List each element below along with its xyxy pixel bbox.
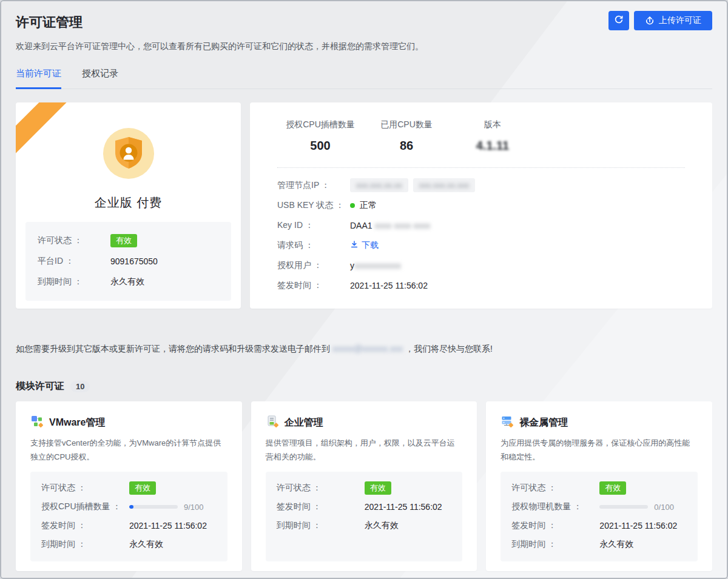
module-status-box: 许可状态 ： 有效 授权物理机数量 ： 0/100 签发时间 ： [500,472,698,561]
key-id-redacted: xxxx xxxx xxxx [375,221,431,230]
authorized-user-row: 授权用户 ： y xxxxxxxxxxx [277,255,685,275]
edition-title: 企业版 付费 [16,195,241,211]
download-icon [350,240,359,250]
module-status-row: 许可状态 ： 有效 [41,479,217,498]
module-quota-row: 授权物理机数量 ： 0/100 [511,498,687,517]
stat-label: 版本 [450,119,536,130]
license-status-box: 许可状态 ： 有效 平台ID ： 9091675050 到期时间 ： 永久有效 [25,222,231,301]
upgrade-notice-suffix: ，我们将尽快与您联系! [405,344,493,353]
status-badge: 有效 [110,234,137,247]
quota-text: 0/100 [654,503,674,512]
quota-progress-bar [599,505,648,509]
module-card-enterprise: 企业管理 提供管理项目，组织架构，用户，权限，以及云平台运营相关的功能。 许可状… [251,401,477,571]
page-subtitle: 欢迎来到云平台许可证管理中心，您可以查看所有已购买的许可证和它们的状态，并根据您… [16,41,712,52]
platform-id-value: 9091675050 [110,256,158,266]
status-badge: 有效 [365,481,391,495]
header-actions: 上传许可证 [608,11,712,30]
upload-license-button[interactable]: 上传许可证 [634,11,712,30]
key-id-label: Key ID ： [277,220,350,231]
upload-button-label: 上传许可证 [659,15,701,26]
expire-time-row: 到期时间 ： 永久有效 [38,272,219,292]
module-count-badge: 10 [70,381,90,392]
stat-version: 版本 4.1.11 [450,119,536,153]
stat-authorized-cpu-sockets: 授权CPU插槽数量 500 [277,119,363,153]
download-link-label: 下载 [362,240,379,251]
module-expire-time-row: 到期时间 ： 永久有效 [41,535,217,554]
module-status-row: 许可状态 ： 有效 [277,479,452,498]
license-detail-card: 授权CPU插槽数量 500 已用CPU数量 86 版本 4.1.11 [250,102,712,309]
page-header: 许可证管理 欢迎来到云平台许可证管理中心，您可以查看所有已购买的许可证和它们的状… [16,1,712,52]
request-code-label: 请求码 ： [277,240,350,251]
module-status-row: 许可状态 ： 有效 [511,479,687,498]
page-title: 许可证管理 [16,13,712,32]
authorized-user-label: 授权用户 ： [277,260,350,271]
expire-time-label: 到期时间 ： [38,276,110,287]
platform-id-label: 平台ID ： [38,256,110,267]
mgmt-ip-label: 管理节点IP ： [277,180,350,191]
request-code-row: 请求码 ： 下载 [277,235,685,255]
module-card-baremetal: 裸金属管理 为应用提供专属的物理服务器，保证核心应用的高性能和稳定性。 许可状态… [486,401,712,571]
stat-label: 已用CPU数量 [363,119,450,130]
mgmt-ip-row: 管理节点IP ： xxx.xxx.xx.xx xxx.xxx.xx.xxx [277,175,685,195]
stat-value: 86 [363,139,450,153]
stat-label: 授权CPU插槽数量 [277,119,363,130]
contact-email-redacted: xxxxx@xxxxxx.xxx [332,344,403,353]
module-section-title: 模块许可证 [16,380,64,393]
issue-time-value: 2021-11-25 11:56:02 [350,281,428,290]
module-cards-row: VMware管理 支持接管vCenter的全功能，为VMware的计算节点提供独… [16,401,712,571]
stat-value-redacted: 4.1.11 [450,139,536,153]
module-description: 支持接管vCenter的全功能，为VMware的计算节点提供独立的CPU授权。 [30,437,228,464]
module-description: 为应用提供专属的物理服务器，保证核心应用的高性能和稳定性。 [500,437,698,464]
module-status-box: 许可状态 ： 有效 签发时间 ： 2021-11-25 11:56:02 到期时… [266,472,463,561]
module-issue-time-row: 签发时间 ： 2021-11-25 11:56:02 [277,498,452,517]
license-status-row: 许可状态 ： 有效 [38,230,219,251]
stat-used-cpu: 已用CPU数量 86 [363,119,450,153]
upgrade-notice-prefix: 如您需要升级到其它版本或更新许可证，请将您的请求码和升级需求发送电子邮件到 [16,344,330,353]
module-description: 提供管理项目，组织架构，用户，权限，以及云平台运营相关的功能。 [266,437,463,464]
module-title: 企业管理 [285,417,323,429]
usb-key-status-value: 正常 [360,200,377,211]
authorized-user-prefix: y [350,261,354,270]
enterprise-module-icon [266,415,279,430]
license-edition-card: 企业版 付费 许可状态 ： 有效 平台ID ： 9091675050 到期时间 … [16,102,241,309]
download-request-code-link[interactable]: 下载 [350,240,379,251]
license-status-label: 许可状态 ： [38,235,110,246]
module-issue-time-row: 签发时间 ： 2021-11-25 11:56:02 [41,517,217,535]
status-dot-icon [350,203,355,208]
license-stats-row: 授权CPU插槽数量 500 已用CPU数量 86 版本 4.1.11 [277,119,685,153]
module-expire-time-row: 到期时间 ： 永久有效 [511,535,687,554]
module-title: VMware管理 [49,417,105,429]
module-section-header: 模块许可证 10 [16,380,712,393]
license-management-window: 许可证管理 欢迎来到云平台许可证管理中心，您可以查看所有已购买的许可证和它们的状… [0,0,728,579]
key-id-row: Key ID ： DAA1 xxxx xxxx xxxx [277,215,685,235]
mgmt-ip-pill-2: xxx.xxx.xx.xxx [413,178,475,192]
upload-icon [645,15,655,27]
usb-key-status-row: USB KEY 状态 ： 正常 [277,195,685,215]
module-expire-time-row: 到期时间 ： 永久有效 [277,517,452,535]
issue-time-label: 签发时间 ： [277,280,350,291]
expire-time-value: 永久有效 [110,276,144,287]
stat-value: 500 [277,139,363,153]
quota-progress-bar [129,505,178,509]
tab-current-license[interactable]: 当前许可证 [16,68,61,89]
refresh-icon [614,15,624,27]
module-status-box: 许可状态 ： 有效 授权CPU插槽数量 ： 9/100 签发时间 [30,472,228,561]
key-id-prefix: DAA1 [350,221,372,230]
dotted-divider [277,167,685,168]
module-title: 裸金属管理 [519,417,568,429]
baremetal-module-icon [500,415,514,430]
mgmt-ip-pill-1: xxx.xxx.xx.xx [350,178,408,192]
vmware-module-icon [30,415,44,430]
module-quota-row: 授权CPU插槽数量 ： 9/100 [41,498,217,517]
platform-id-row: 平台ID ： 9091675050 [38,251,219,272]
tab-bar: 当前许可证 授权记录 [16,68,712,89]
usb-key-status-label: USB KEY 状态 ： [277,200,350,211]
upgrade-notice: 如您需要升级到其它版本或更新许可证，请将您的请求码和升级需求发送电子邮件到 xx… [16,344,712,355]
refresh-button[interactable] [608,11,629,30]
status-badge: 有效 [129,481,156,495]
tab-authorization-records[interactable]: 授权记录 [82,68,118,89]
issue-time-row: 签发时间 ： 2021-11-25 11:56:02 [277,275,685,295]
quota-text: 9/100 [184,503,204,512]
module-card-vmware: VMware管理 支持接管vCenter的全功能，为VMware的计算节点提供独… [16,401,242,571]
status-badge: 有效 [599,481,626,495]
